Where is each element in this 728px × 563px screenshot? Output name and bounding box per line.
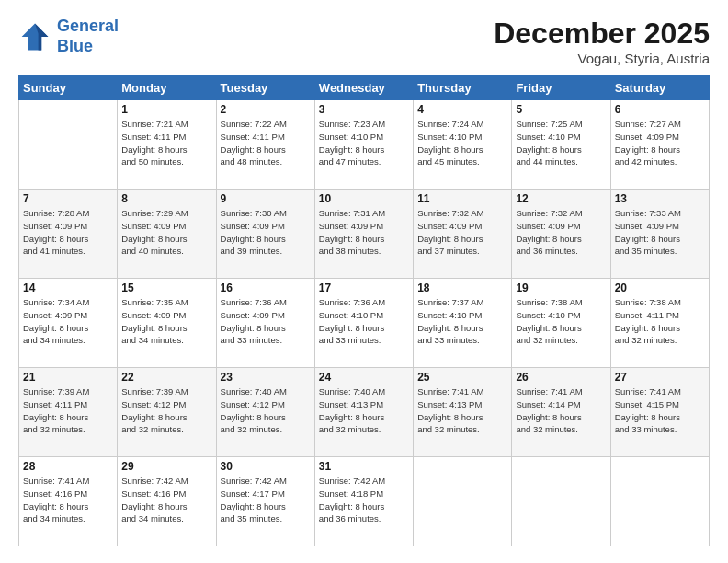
day-number: 15 bbox=[121, 282, 211, 294]
day-info: Sunrise: 7:40 AM Sunset: 4:12 PM Dayligh… bbox=[221, 385, 311, 436]
day-number: 29 bbox=[121, 460, 211, 473]
calendar-day-header: Friday bbox=[512, 76, 610, 100]
day-number: 13 bbox=[615, 192, 705, 205]
month-title: December 2025 bbox=[494, 17, 710, 51]
day-number: 28 bbox=[23, 460, 113, 473]
calendar-day-header: Tuesday bbox=[216, 76, 314, 100]
calendar-day-header: Thursday bbox=[414, 76, 512, 100]
day-info: Sunrise: 7:41 AM Sunset: 4:14 PM Dayligh… bbox=[516, 385, 606, 436]
day-info: Sunrise: 7:42 AM Sunset: 4:18 PM Dayligh… bbox=[319, 475, 409, 525]
page: General Blue December 2025 Vogau, Styria… bbox=[0, 0, 728, 563]
day-number: 30 bbox=[221, 460, 311, 473]
calendar-cell: 14Sunrise: 7:34 AM Sunset: 4:09 PM Dayli… bbox=[19, 279, 118, 368]
day-info: Sunrise: 7:36 AM Sunset: 4:10 PM Dayligh… bbox=[319, 296, 409, 347]
calendar-cell bbox=[414, 457, 512, 546]
calendar-cell: 23Sunrise: 7:40 AM Sunset: 4:12 PM Dayli… bbox=[216, 368, 314, 457]
day-number: 26 bbox=[516, 371, 606, 384]
calendar-cell: 15Sunrise: 7:35 AM Sunset: 4:09 PM Dayli… bbox=[118, 279, 216, 368]
calendar-cell: 2Sunrise: 7:22 AM Sunset: 4:11 PM Daylig… bbox=[216, 100, 314, 190]
day-number: 6 bbox=[615, 103, 705, 116]
day-info: Sunrise: 7:21 AM Sunset: 4:11 PM Dayligh… bbox=[121, 118, 211, 168]
calendar-cell: 26Sunrise: 7:41 AM Sunset: 4:14 PM Dayli… bbox=[512, 368, 610, 457]
day-number: 11 bbox=[417, 192, 507, 205]
calendar-week-row: 28Sunrise: 7:41 AM Sunset: 4:16 PM Dayli… bbox=[19, 457, 710, 546]
day-number: 4 bbox=[417, 103, 507, 116]
day-info: Sunrise: 7:32 AM Sunset: 4:09 PM Dayligh… bbox=[417, 207, 507, 258]
calendar-cell: 10Sunrise: 7:31 AM Sunset: 4:09 PM Dayli… bbox=[314, 190, 413, 279]
calendar-cell bbox=[512, 457, 610, 546]
day-info: Sunrise: 7:32 AM Sunset: 4:09 PM Dayligh… bbox=[516, 207, 606, 258]
day-info: Sunrise: 7:36 AM Sunset: 4:09 PM Dayligh… bbox=[221, 296, 311, 347]
day-number: 21 bbox=[23, 371, 113, 384]
day-number: 5 bbox=[516, 103, 606, 116]
logo: General Blue bbox=[18, 17, 119, 56]
day-number: 2 bbox=[221, 103, 311, 116]
day-info: Sunrise: 7:38 AM Sunset: 4:11 PM Dayligh… bbox=[615, 296, 705, 347]
calendar-week-row: 14Sunrise: 7:34 AM Sunset: 4:09 PM Dayli… bbox=[19, 279, 710, 368]
title-block: December 2025 Vogau, Styria, Austria bbox=[494, 17, 710, 66]
calendar-day-header: Saturday bbox=[610, 76, 709, 100]
calendar-week-row: 7Sunrise: 7:28 AM Sunset: 4:09 PM Daylig… bbox=[19, 190, 710, 279]
day-number: 22 bbox=[121, 371, 211, 384]
calendar-cell: 17Sunrise: 7:36 AM Sunset: 4:10 PM Dayli… bbox=[314, 279, 413, 368]
calendar-cell: 27Sunrise: 7:41 AM Sunset: 4:15 PM Dayli… bbox=[610, 368, 709, 457]
calendar-cell: 6Sunrise: 7:27 AM Sunset: 4:09 PM Daylig… bbox=[610, 100, 709, 190]
calendar-cell: 21Sunrise: 7:39 AM Sunset: 4:11 PM Dayli… bbox=[19, 368, 118, 457]
day-number: 1 bbox=[121, 103, 211, 116]
calendar-cell: 11Sunrise: 7:32 AM Sunset: 4:09 PM Dayli… bbox=[414, 190, 512, 279]
day-info: Sunrise: 7:27 AM Sunset: 4:09 PM Dayligh… bbox=[615, 118, 705, 168]
calendar-week-row: 1Sunrise: 7:21 AM Sunset: 4:11 PM Daylig… bbox=[19, 100, 710, 190]
day-info: Sunrise: 7:23 AM Sunset: 4:10 PM Dayligh… bbox=[319, 118, 409, 168]
day-info: Sunrise: 7:37 AM Sunset: 4:10 PM Dayligh… bbox=[417, 296, 507, 347]
calendar-day-header: Sunday bbox=[19, 76, 118, 100]
calendar-cell: 31Sunrise: 7:42 AM Sunset: 4:18 PM Dayli… bbox=[314, 457, 413, 546]
logo-icon bbox=[18, 20, 51, 53]
calendar-cell: 16Sunrise: 7:36 AM Sunset: 4:09 PM Dayli… bbox=[216, 279, 314, 368]
day-info: Sunrise: 7:22 AM Sunset: 4:11 PM Dayligh… bbox=[221, 118, 311, 168]
day-number: 20 bbox=[615, 282, 705, 294]
day-info: Sunrise: 7:38 AM Sunset: 4:10 PM Dayligh… bbox=[516, 296, 606, 347]
day-info: Sunrise: 7:39 AM Sunset: 4:11 PM Dayligh… bbox=[23, 385, 113, 436]
calendar-cell: 3Sunrise: 7:23 AM Sunset: 4:10 PM Daylig… bbox=[314, 100, 413, 190]
day-number: 7 bbox=[23, 192, 113, 205]
header: General Blue December 2025 Vogau, Styria… bbox=[18, 17, 710, 66]
calendar-cell: 12Sunrise: 7:32 AM Sunset: 4:09 PM Dayli… bbox=[512, 190, 610, 279]
day-number: 17 bbox=[319, 282, 409, 294]
day-number: 19 bbox=[516, 282, 606, 294]
day-info: Sunrise: 7:24 AM Sunset: 4:10 PM Dayligh… bbox=[417, 118, 507, 168]
day-info: Sunrise: 7:41 AM Sunset: 4:15 PM Dayligh… bbox=[615, 385, 705, 436]
day-number: 9 bbox=[221, 192, 311, 205]
day-info: Sunrise: 7:42 AM Sunset: 4:16 PM Dayligh… bbox=[121, 475, 211, 525]
calendar-day-header: Wednesday bbox=[314, 76, 413, 100]
day-info: Sunrise: 7:40 AM Sunset: 4:13 PM Dayligh… bbox=[319, 385, 409, 436]
day-number: 3 bbox=[319, 103, 409, 116]
calendar-cell: 7Sunrise: 7:28 AM Sunset: 4:09 PM Daylig… bbox=[19, 190, 118, 279]
calendar-cell: 29Sunrise: 7:42 AM Sunset: 4:16 PM Dayli… bbox=[118, 457, 216, 546]
day-number: 16 bbox=[221, 282, 311, 294]
day-number: 25 bbox=[417, 371, 507, 384]
calendar-cell: 28Sunrise: 7:41 AM Sunset: 4:16 PM Dayli… bbox=[19, 457, 118, 546]
calendar-day-header: Monday bbox=[118, 76, 216, 100]
day-info: Sunrise: 7:33 AM Sunset: 4:09 PM Dayligh… bbox=[615, 207, 705, 258]
day-info: Sunrise: 7:35 AM Sunset: 4:09 PM Dayligh… bbox=[121, 296, 211, 347]
calendar-cell bbox=[19, 100, 118, 190]
day-info: Sunrise: 7:42 AM Sunset: 4:17 PM Dayligh… bbox=[221, 475, 311, 525]
day-info: Sunrise: 7:29 AM Sunset: 4:09 PM Dayligh… bbox=[121, 207, 211, 258]
calendar-cell: 1Sunrise: 7:21 AM Sunset: 4:11 PM Daylig… bbox=[118, 100, 216, 190]
calendar-cell bbox=[610, 457, 709, 546]
day-number: 10 bbox=[319, 192, 409, 205]
day-info: Sunrise: 7:34 AM Sunset: 4:09 PM Dayligh… bbox=[23, 296, 113, 347]
day-info: Sunrise: 7:41 AM Sunset: 4:16 PM Dayligh… bbox=[23, 475, 113, 525]
day-number: 23 bbox=[221, 371, 311, 384]
calendar-cell: 19Sunrise: 7:38 AM Sunset: 4:10 PM Dayli… bbox=[512, 279, 610, 368]
calendar-cell: 9Sunrise: 7:30 AM Sunset: 4:09 PM Daylig… bbox=[216, 190, 314, 279]
day-number: 18 bbox=[417, 282, 507, 294]
calendar-header-row: SundayMondayTuesdayWednesdayThursdayFrid… bbox=[19, 76, 710, 100]
calendar-cell: 24Sunrise: 7:40 AM Sunset: 4:13 PM Dayli… bbox=[314, 368, 413, 457]
day-info: Sunrise: 7:39 AM Sunset: 4:12 PM Dayligh… bbox=[121, 385, 211, 436]
day-info: Sunrise: 7:25 AM Sunset: 4:10 PM Dayligh… bbox=[516, 118, 606, 168]
day-number: 8 bbox=[121, 192, 211, 205]
calendar-table: SundayMondayTuesdayWednesdayThursdayFrid… bbox=[18, 75, 710, 546]
logo-text: General Blue bbox=[57, 17, 119, 56]
calendar-week-row: 21Sunrise: 7:39 AM Sunset: 4:11 PM Dayli… bbox=[19, 368, 710, 457]
